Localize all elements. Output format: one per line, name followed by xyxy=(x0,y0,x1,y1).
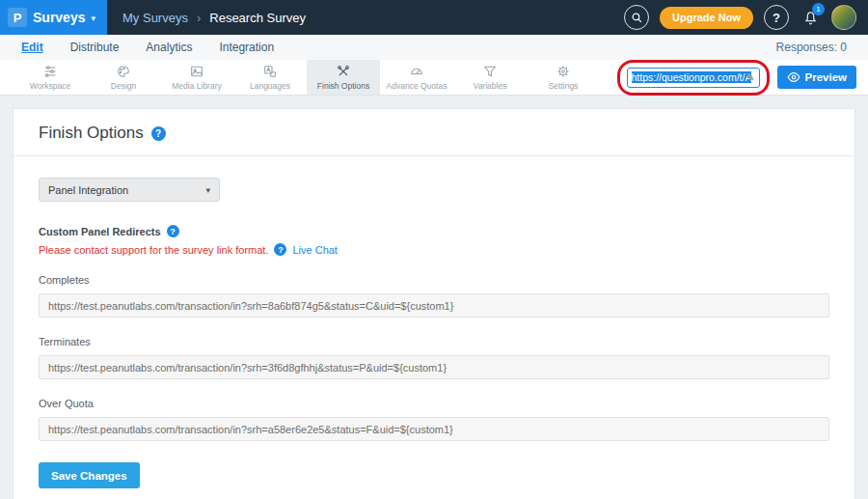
palette-icon xyxy=(116,64,131,79)
over-quota-field-group: Over Quota xyxy=(39,398,829,441)
panel-integration-dropdown[interactable]: Panel Integration ▾ xyxy=(39,178,220,202)
survey-nav: Edit Distribute Analytics Integration Re… xyxy=(0,35,868,60)
gauge-icon xyxy=(409,64,424,79)
toolbar-item-label: Media Library xyxy=(172,81,222,91)
breadcrumb-separator-icon: › xyxy=(197,11,201,25)
notifications-button[interactable]: 1 xyxy=(800,7,821,28)
topbar-actions: Upgrade Now ? 1 xyxy=(624,5,868,30)
section-label: Custom Panel Redirects xyxy=(39,226,161,237)
toolbar-item-label: Settings xyxy=(549,81,579,91)
toolbar-item-label: Finish Options xyxy=(317,81,369,91)
edit-url-pencil-icon[interactable]: ✎ xyxy=(746,71,754,84)
responses-count[interactable]: Responses: 0 xyxy=(776,41,847,54)
custom-panel-redirects-header: Custom Panel Redirects ? xyxy=(39,225,829,237)
tab-analytics[interactable]: Analytics xyxy=(146,41,192,54)
chevron-down-icon: ▾ xyxy=(205,185,210,195)
translate-icon xyxy=(262,64,278,79)
tools-icon xyxy=(336,64,351,79)
breadcrumb: My Surveys › Research Survey xyxy=(122,11,306,25)
product-switcher[interactable]: P Surveys ▾ xyxy=(0,0,107,35)
brand-logo: P xyxy=(8,8,27,27)
toolbar-item-label: Advance Quotas xyxy=(387,81,448,91)
support-warning-row: Please contact support for the survey li… xyxy=(39,243,829,256)
terminates-field-group: Terminates xyxy=(39,336,829,379)
upgrade-now-button[interactable]: Upgrade Now xyxy=(660,7,753,29)
tab-integration[interactable]: Integration xyxy=(219,41,274,54)
tab-distribute[interactable]: Distribute xyxy=(70,41,120,54)
warning-text: Please contact support for the survey li… xyxy=(39,244,268,256)
toolbar-item-label: Workspace xyxy=(30,81,70,91)
finish-options-help-icon[interactable]: ? xyxy=(151,126,166,141)
card-header: Finish Options ? xyxy=(14,109,854,156)
eye-icon xyxy=(787,70,800,84)
toolbar-item-label: Languages xyxy=(250,81,290,91)
live-chat-link[interactable]: Live Chat xyxy=(292,244,337,256)
terminates-url-input[interactable] xyxy=(39,355,829,379)
over-quota-label: Over Quota xyxy=(39,398,829,409)
toolbar-item-settings[interactable]: Settings xyxy=(527,60,600,95)
completes-field-group: Completes xyxy=(39,274,829,318)
card-body: Panel Integration ▾ Custom Panel Redirec… xyxy=(14,156,854,499)
toolbar-item-workspace[interactable]: Workspace xyxy=(14,60,87,95)
toolbar-item-media-library[interactable]: Media Library xyxy=(160,60,233,95)
terminates-label: Terminates xyxy=(39,336,829,347)
survey-url-wrap: https://questionpro.com/t/A ✎ xyxy=(627,68,760,88)
funnel-icon xyxy=(482,64,498,79)
live-chat-icon[interactable]: ? xyxy=(274,243,286,256)
over-quota-url-input[interactable] xyxy=(39,417,829,441)
toolbar-item-variables[interactable]: Variables xyxy=(453,60,527,95)
sliders-icon xyxy=(42,64,58,79)
toolbar-item-label: Design xyxy=(111,81,136,91)
dropdown-selected-value: Panel Integration xyxy=(48,184,128,196)
section-help-icon[interactable]: ? xyxy=(167,225,179,237)
toolbar-item-design[interactable]: Design xyxy=(87,60,160,95)
completes-url-input[interactable] xyxy=(39,293,829,318)
finish-options-card: Finish Options ? Panel Integration ▾ Cus… xyxy=(13,108,855,499)
avatar[interactable] xyxy=(831,5,856,30)
top-bar: P Surveys ▾ My Surveys › Research Survey… xyxy=(0,0,868,35)
search-button[interactable] xyxy=(624,5,649,30)
breadcrumb-my-surveys[interactable]: My Surveys xyxy=(122,11,188,25)
survey-url-value: https://questionpro.com/t/A xyxy=(632,71,752,83)
page-title: Finish Options xyxy=(39,124,144,143)
preview-button-label: Preview xyxy=(805,71,847,83)
toolbar-item-label: Variables xyxy=(474,81,507,91)
survey-url-input[interactable]: https://questionpro.com/t/A xyxy=(627,68,760,88)
breadcrumb-current-survey: Research Survey xyxy=(209,11,306,25)
gear-icon xyxy=(556,64,571,79)
toolbar-item-languages[interactable]: Languages xyxy=(233,60,307,95)
toolbar-item-advance-quotas[interactable]: Advance Quotas xyxy=(380,60,453,95)
preview-button[interactable]: Preview xyxy=(777,66,856,89)
edit-toolbar: Workspace Design Media Library Lang xyxy=(0,60,868,96)
notification-badge: 1 xyxy=(812,3,825,15)
help-button[interactable]: ? xyxy=(764,5,789,30)
brand-name: Surveys xyxy=(33,10,85,25)
completes-label: Completes xyxy=(39,274,829,286)
tab-edit[interactable]: Edit xyxy=(21,41,43,54)
save-changes-button[interactable]: Save Changes xyxy=(39,462,140,488)
main-content: Finish Options ? Panel Integration ▾ Cus… xyxy=(0,96,868,499)
app-window: P Surveys ▾ My Surveys › Research Survey… xyxy=(0,0,868,499)
chevron-down-icon: ▾ xyxy=(91,14,95,23)
toolbar-item-finish-options[interactable]: Finish Options xyxy=(307,60,380,95)
image-icon xyxy=(189,64,204,79)
search-icon xyxy=(631,12,643,24)
